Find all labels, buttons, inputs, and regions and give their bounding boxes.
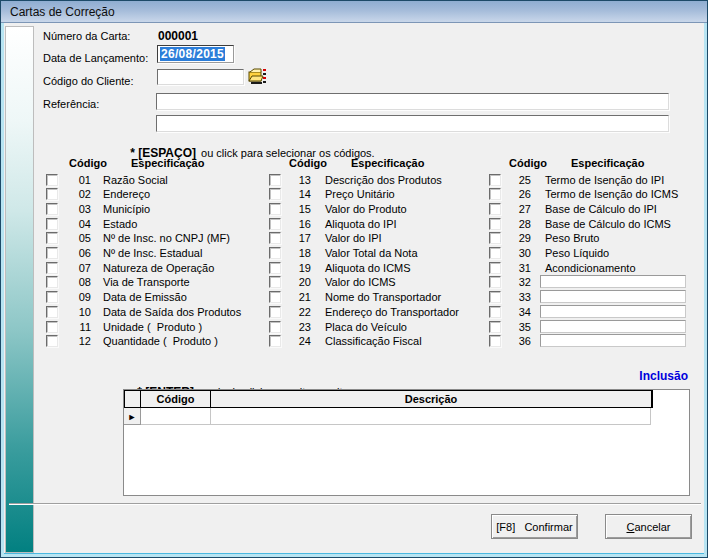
- codigo-cliente-input[interactable]: [157, 69, 244, 85]
- col2-especificacao-header: Especificação: [351, 157, 424, 169]
- code-number: 36: [509, 335, 531, 347]
- grid-header-row: Código Descrição: [124, 390, 653, 408]
- custom-spec-input-36[interactable]: [540, 334, 686, 347]
- grid-cell-descricao[interactable]: [211, 408, 651, 425]
- code-row-27: 27Base de Cálculo do IPI: [1, 203, 707, 217]
- code-checkbox-26[interactable]: [489, 188, 501, 200]
- mode-status-label: Inclusão: [639, 369, 688, 383]
- titlebar[interactable]: Cartas de Correção: [1, 1, 707, 23]
- code-number: 29: [509, 232, 531, 244]
- cancelar-button-label-rest: ancelar: [634, 521, 670, 533]
- code-number: 25: [509, 174, 531, 186]
- espaco-hint-text: ou click para selecionar os códigos.: [201, 147, 375, 159]
- cancelar-button[interactable]: Cancelar: [605, 514, 692, 539]
- code-row-33: 33: [1, 291, 707, 305]
- code-checkbox-35[interactable]: [489, 321, 501, 333]
- custom-spec-input-35[interactable]: [540, 320, 686, 333]
- confirmar-button-label: [F8] Confirmar: [496, 521, 572, 533]
- code-label: Peso Líquido: [545, 247, 609, 259]
- grid-row-indicator-cell: ►: [124, 408, 141, 425]
- numero-carta-label: Número da Carta:: [43, 30, 130, 42]
- code-checkbox-31[interactable]: [489, 262, 501, 274]
- codigo-cliente-label: Código do Cliente:: [43, 75, 134, 87]
- confirmar-button[interactable]: [F8] Confirmar: [491, 514, 578, 539]
- grid-header-codigo: Código: [141, 391, 211, 407]
- footer-divider: [9, 503, 701, 505]
- col1-codigo-header: Código: [69, 157, 107, 169]
- window-title: Cartas de Correção: [10, 5, 115, 19]
- grid-data-row[interactable]: ►: [124, 408, 651, 425]
- code-number: 31: [509, 262, 531, 274]
- code-label: Termo de Isenção do ICMS: [545, 188, 678, 200]
- custom-spec-input-34[interactable]: [540, 305, 686, 318]
- code-row-34: 34: [1, 306, 707, 320]
- code-checkbox-25[interactable]: [489, 174, 501, 186]
- col3-codigo-header: Código: [509, 157, 547, 169]
- referencia-label: Referência:: [43, 98, 99, 110]
- grid-header-descricao: Descrição: [211, 391, 652, 407]
- code-number: 34: [509, 306, 531, 318]
- code-number: 32: [509, 276, 531, 288]
- code-label: Acondicionamento: [545, 262, 636, 274]
- numero-carta-value: 000001: [158, 29, 198, 43]
- cancelar-button-label-initial: C: [626, 521, 634, 533]
- code-row-25: 25Termo de Isenção do IPI: [1, 174, 707, 188]
- data-lancamento-selected-text: 26/08/2015: [160, 47, 225, 61]
- row-indicator-icon: ►: [128, 412, 137, 422]
- code-row-29: 29Peso Bruto: [1, 232, 707, 246]
- code-checkbox-27[interactable]: [489, 203, 501, 215]
- code-row-31: 31Acondicionamento: [1, 262, 707, 276]
- code-number: 33: [509, 291, 531, 303]
- code-row-36: 36: [1, 335, 707, 349]
- code-checkbox-28[interactable]: [489, 218, 501, 230]
- code-number: 35: [509, 321, 531, 333]
- col2-codigo-header: Código: [289, 157, 327, 169]
- referencia-input-1[interactable]: [156, 93, 669, 110]
- code-checkbox-32[interactable]: [489, 276, 501, 288]
- cliente-lookup-button[interactable]: [248, 67, 267, 86]
- code-checkbox-36[interactable]: [489, 335, 501, 347]
- col3-especificacao-header: Especificação: [571, 157, 644, 169]
- code-label: Termo de Isenção do IPI: [545, 174, 664, 186]
- grid-cell-codigo[interactable]: [141, 408, 211, 425]
- code-checkbox-30[interactable]: [489, 247, 501, 259]
- code-checkbox-34[interactable]: [489, 306, 501, 318]
- lookup-icon: [248, 67, 267, 86]
- code-label: Peso Bruto: [545, 232, 599, 244]
- code-label: Base de Cálculo do ICMS: [545, 218, 671, 230]
- code-row-30: 30Peso Líquido: [1, 247, 707, 261]
- custom-spec-input-32[interactable]: [540, 275, 686, 288]
- data-lancamento-label: Data de Lançamento:: [43, 52, 148, 64]
- code-checkbox-29[interactable]: [489, 232, 501, 244]
- referencia-input-2[interactable]: [156, 115, 669, 132]
- code-row-26: 26Termo de Isenção do ICMS: [1, 188, 707, 202]
- code-number: 28: [509, 218, 531, 230]
- items-grid[interactable]: Código Descrição ►: [123, 389, 690, 496]
- code-row-35: 35: [1, 321, 707, 335]
- code-row-28: 28Base de Cálculo do ICMS: [1, 218, 707, 232]
- code-number: 30: [509, 247, 531, 259]
- custom-spec-input-33[interactable]: [540, 290, 686, 303]
- grid-header-indicator: [125, 391, 141, 407]
- code-row-32: 32: [1, 276, 707, 290]
- code-number: 26: [509, 188, 531, 200]
- code-checkbox-33[interactable]: [489, 291, 501, 303]
- code-number: 27: [509, 203, 531, 215]
- data-lancamento-input[interactable]: 26/08/2015: [157, 45, 234, 63]
- cartas-de-correcao-window: Cartas de Correção Número da Carta: 0000…: [0, 0, 708, 558]
- code-label: Base de Cálculo do IPI: [545, 203, 657, 215]
- col1-especificacao-header: Especificação: [131, 157, 204, 169]
